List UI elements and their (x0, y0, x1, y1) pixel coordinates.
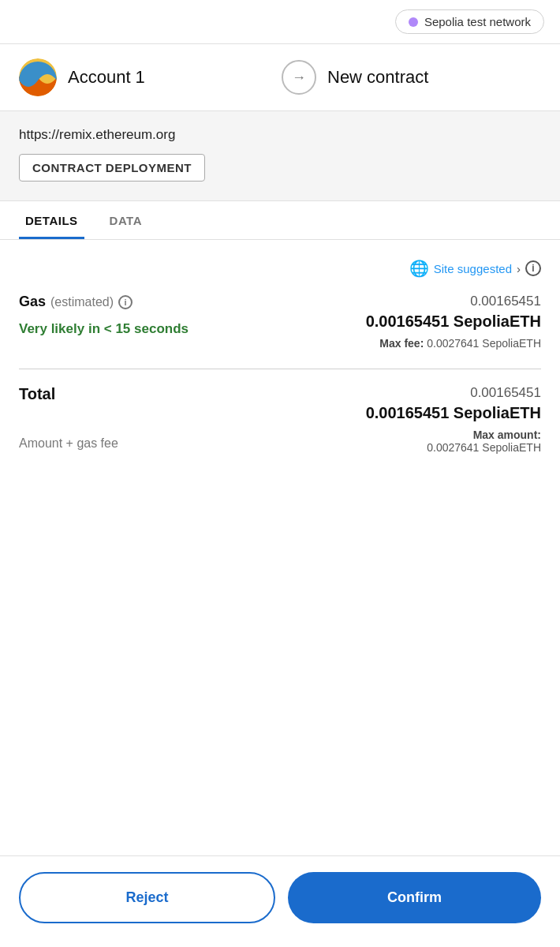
site-suggested-text: Site suggested (434, 262, 512, 275)
network-bar: Sepolia test network (0, 0, 560, 44)
gas-label: Gas (estimated) i (19, 294, 366, 310)
site-suggested-row[interactable]: 🌐 Site suggested › i (19, 259, 541, 278)
network-name: Sepolia test network (424, 15, 531, 28)
globe-icon: 🌐 (409, 259, 429, 278)
contract-badge: CONTRACT DEPLOYMENT (19, 154, 205, 182)
max-fee-label: Max fee: (379, 337, 424, 350)
account-name: Account 1 (68, 67, 282, 88)
avatar (19, 58, 57, 96)
account-row: Account 1 → New contract (0, 44, 560, 111)
gas-estimated-text: (estimated) (50, 295, 114, 309)
source-url: https://remix.ethereum.org (19, 127, 541, 143)
total-right: 0.00165451 0.00165451 SepoliaETH Max amo… (366, 385, 541, 454)
gas-timing: Very likely in < 15 seconds (19, 320, 366, 339)
arrow-icon: → (282, 60, 316, 95)
total-label: Total (19, 385, 366, 403)
source-section: https://remix.ethereum.org CONTRACT DEPL… (0, 111, 560, 201)
confirm-button[interactable]: Confirm (288, 872, 541, 923)
total-eth-large: 0.00165451 SepoliaETH (366, 404, 541, 422)
total-eth-small: 0.00165451 (366, 385, 541, 401)
max-amount-row: Max amount: 0.0027641 SepoliaETH (366, 429, 541, 454)
gas-left: Gas (estimated) i Very likely in < 15 se… (19, 294, 366, 339)
gas-eth-small: 0.00165451 (366, 294, 541, 309)
chevron-right-icon: › (517, 262, 521, 275)
total-left: Total Amount + gas fee (19, 385, 366, 452)
amount-gas-label: Amount + gas fee (19, 435, 366, 452)
tab-details[interactable]: DETAILS (19, 201, 84, 239)
max-amount-label: Max amount: (473, 429, 541, 441)
tabs-bar: DETAILS DATA (0, 201, 560, 240)
destination-label: New contract (327, 67, 541, 88)
total-section: Total Amount + gas fee 0.00165451 0.0016… (19, 385, 541, 454)
gas-info-icon[interactable]: i (118, 295, 133, 309)
gas-section: Gas (estimated) i Very likely in < 15 se… (19, 294, 541, 350)
reject-button[interactable]: Reject (19, 872, 275, 923)
divider (19, 369, 541, 369)
gas-eth-large: 0.00165451 SepoliaETH (366, 313, 541, 331)
tab-data[interactable]: DATA (103, 201, 148, 239)
network-status-dot (409, 17, 418, 27)
gas-text: Gas (19, 294, 46, 310)
max-fee-row: Max fee: 0.0027641 SepoliaETH (366, 337, 541, 350)
gas-right: 0.00165451 0.00165451 SepoliaETH Max fee… (366, 294, 541, 350)
network-pill[interactable]: Sepolia test network (395, 9, 544, 34)
footer: Reject Confirm (0, 855, 560, 947)
max-fee-value: 0.0027641 SepoliaETH (427, 337, 541, 350)
main-content: 🌐 Site suggested › i Gas (estimated) i V… (0, 240, 560, 473)
info-icon[interactable]: i (525, 260, 541, 276)
max-amount-value: 0.0027641 SepoliaETH (427, 441, 541, 454)
